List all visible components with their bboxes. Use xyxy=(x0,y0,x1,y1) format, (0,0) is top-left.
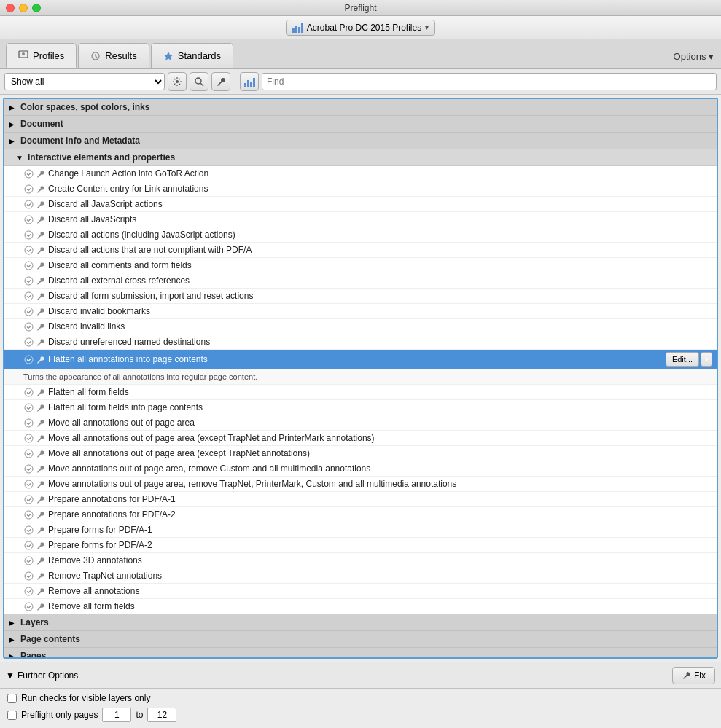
tab-results[interactable]: Results xyxy=(78,43,149,68)
item-icons xyxy=(23,555,45,565)
svg-point-34 xyxy=(25,603,33,611)
section-page-contents[interactable]: ▶ Page contents xyxy=(4,631,717,648)
list-item[interactable]: Remove 3D annotations xyxy=(4,553,717,568)
list-item[interactable]: Change Launch Action into GoToR Action xyxy=(4,166,717,181)
maximize-button[interactable] xyxy=(32,4,41,12)
list-item[interactable]: Discard all actions that are not complia… xyxy=(4,243,717,258)
wrench-icon xyxy=(216,77,226,87)
check-icon xyxy=(23,494,34,504)
check-icon xyxy=(23,571,34,581)
chart-button[interactable] xyxy=(240,72,259,91)
visible-layers-label: Run checks for visible layers only xyxy=(21,693,150,703)
wrench-button[interactable] xyxy=(211,72,230,91)
item-label: Remove TrapNet annotations xyxy=(48,571,712,581)
profile-dropdown[interactable]: Acrobat Pro DC 2015 Profiles ▾ xyxy=(286,20,435,36)
list-item[interactable]: Prepare annotations for PDF/A-2 xyxy=(4,507,717,522)
list-item[interactable]: Remove all form fields xyxy=(4,599,717,614)
results-icon xyxy=(90,51,101,61)
search-button[interactable] xyxy=(190,72,208,91)
list-item[interactable]: Move annotations out of page area, remov… xyxy=(4,461,717,477)
edit-button[interactable]: Edit... xyxy=(666,352,699,367)
check-icon xyxy=(23,168,34,179)
close-button[interactable] xyxy=(6,4,15,12)
list-item[interactable]: Discard all form submission, import and … xyxy=(4,289,717,304)
check-icon xyxy=(23,448,34,458)
list-item[interactable]: Remove TrapNet annotations xyxy=(4,568,717,584)
settings-button[interactable] xyxy=(168,72,187,91)
pages-from-input[interactable] xyxy=(102,708,131,722)
item-label: Discard all external cross references xyxy=(48,275,712,286)
further-options-arrow: ▼ xyxy=(6,670,15,681)
fix-button[interactable]: Fix xyxy=(672,667,715,684)
visible-layers-row: Run checks for visible layers only xyxy=(7,693,714,703)
preflight-pages-checkbox[interactable] xyxy=(7,711,17,720)
search-input[interactable] xyxy=(262,73,717,90)
list-item[interactable]: Prepare annotations for PDF/A-1 xyxy=(4,492,717,507)
edit-dropdown-arrow[interactable]: ▾ xyxy=(701,352,712,367)
wrench-icon-small xyxy=(35,494,45,504)
list-item[interactable]: Create Content entry for Link annotation… xyxy=(4,181,717,197)
filter-select[interactable]: Show all Fixups only Checks only xyxy=(4,73,165,90)
list-item[interactable]: Prepare forms for PDF/A-1 xyxy=(4,522,717,538)
list-item[interactable]: Move all annotations out of page area (e… xyxy=(4,446,717,461)
minimize-button[interactable] xyxy=(19,4,28,12)
svg-point-19 xyxy=(25,356,33,364)
svg-point-13 xyxy=(25,262,33,270)
traffic-lights xyxy=(6,4,41,12)
list-item[interactable]: Discard unreferenced named destinations xyxy=(4,334,717,350)
svg-point-14 xyxy=(25,277,33,285)
section-document[interactable]: ▶ Document xyxy=(4,116,717,133)
list-item[interactable]: Discard invalid bookmarks xyxy=(4,304,717,319)
item-label: Move all annotations out of page area xyxy=(48,418,712,428)
tab-standards-label: Standards xyxy=(178,50,221,61)
wrench-icon-small xyxy=(35,418,45,428)
list-item[interactable]: Flatten all form fields into page conten… xyxy=(4,400,717,415)
list-item[interactable]: Flatten all form fields xyxy=(4,385,717,400)
section-layers[interactable]: ▶ Layers xyxy=(4,614,717,631)
list-item[interactable]: Discard all comments and form fields xyxy=(4,258,717,273)
item-icons xyxy=(23,199,45,209)
item-label: Flatten all form fields xyxy=(48,387,712,397)
settings-icon xyxy=(172,77,182,87)
pages-to-input[interactable] xyxy=(147,708,176,722)
section-pages[interactable]: ▶ Pages xyxy=(4,648,717,659)
edit-btn-container: Edit... ▾ xyxy=(666,352,712,367)
main-content[interactable]: ▶ Color spaces, spot colors, inks ▶ Docu… xyxy=(3,98,718,659)
wrench-icon-small xyxy=(35,214,45,224)
selected-list-item[interactable]: Flatten all annotations into page conten… xyxy=(4,350,717,369)
item-icons xyxy=(23,571,45,581)
svg-point-17 xyxy=(25,323,33,331)
section-docinfo[interactable]: ▶ Document info and Metadata xyxy=(4,133,717,149)
section-document-label: Document xyxy=(20,119,63,129)
tab-profiles[interactable]: Profiles xyxy=(6,43,77,68)
item-label: Discard all JavaScript actions xyxy=(48,199,712,209)
list-item[interactable]: Discard all actions (including JavaScrip… xyxy=(4,227,717,243)
list-item[interactable]: Move annotations out of page area, remov… xyxy=(4,477,717,492)
options-button[interactable]: Options ▾ xyxy=(674,51,714,62)
svg-point-27 xyxy=(25,496,33,504)
list-item[interactable]: Discard invalid links xyxy=(4,319,717,334)
pages-row: Preflight only pages to xyxy=(7,708,714,722)
list-item[interactable]: Remove all annotations xyxy=(4,584,717,599)
list-item[interactable]: Discard all JavaScripts xyxy=(4,212,717,227)
wrench-icon-small xyxy=(35,199,45,209)
item-label: Prepare forms for PDF/A-1 xyxy=(48,525,712,535)
further-options-toggle[interactable]: ▼ Further Options xyxy=(6,670,78,681)
list-item[interactable]: Move all annotations out of page area xyxy=(4,415,717,431)
tab-standards[interactable]: Standards xyxy=(151,43,233,68)
section-pages-label: Pages xyxy=(20,651,46,659)
arrow-docinfo: ▶ xyxy=(9,137,16,145)
svg-point-4 xyxy=(176,80,179,83)
check-icon xyxy=(23,479,34,489)
check-icon xyxy=(23,199,34,209)
list-item[interactable]: Discard all external cross references xyxy=(4,273,717,289)
list-item[interactable]: Discard all JavaScript actions xyxy=(4,197,717,212)
list-item[interactable]: Prepare forms for PDF/A-2 xyxy=(4,538,717,553)
item-icons xyxy=(23,494,45,504)
section-color-spaces[interactable]: ▶ Color spaces, spot colors, inks xyxy=(4,99,717,116)
section-interactive[interactable]: ▼ Interactive elements and properties xyxy=(4,149,717,166)
item-icons xyxy=(23,525,45,535)
list-item[interactable]: Move all annotations out of page area (e… xyxy=(4,431,717,446)
item-icons xyxy=(23,230,45,240)
visible-layers-checkbox[interactable] xyxy=(7,694,17,703)
